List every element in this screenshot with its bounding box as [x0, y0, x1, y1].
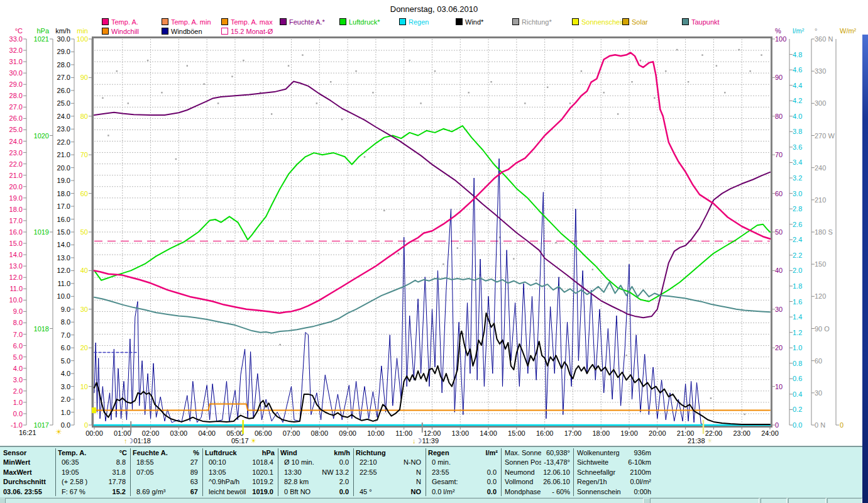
hour-label: 03:00 [170, 429, 188, 437]
corner-time-label: 16:21 [19, 429, 36, 436]
row-header: MinWert [3, 458, 53, 467]
tick-label: 32.0 [9, 47, 23, 54]
axis-min: min1009080706050403020100 [77, 27, 92, 429]
tick-label: 2.2 [793, 252, 802, 259]
tick-label: 0 [775, 421, 779, 429]
moon-icon: ☽ [128, 437, 134, 445]
tick-label: 30 [80, 306, 88, 313]
axis-unit-temp: °C [15, 27, 23, 35]
tick-label: 10 [80, 383, 88, 390]
info-value: 12.06.10 [535, 468, 570, 477]
tick-label: 80 [775, 113, 783, 120]
status-bar [0, 497, 862, 503]
stat-value: N [385, 477, 421, 487]
tick-label: 0 N [815, 421, 825, 429]
col-unit: km/h [322, 448, 350, 458]
sun-below-horizon-icon: ☀ [707, 437, 713, 445]
tick-label: 18.0 [57, 190, 70, 197]
tick-label: 4.6 [793, 66, 802, 74]
sun-icon: ☀ [55, 428, 62, 436]
stat-value: 1020.1 [237, 468, 273, 477]
axis-press: hPa10211020101910181017 [34, 27, 53, 429]
info-value: 6-10km [616, 458, 651, 467]
tick-label: 23.0 [9, 149, 23, 157]
tick-label: 27.0 [9, 103, 23, 111]
stat-value: 27 [162, 458, 198, 467]
statusbar-segment [5, 498, 644, 503]
col-unit: hPa [247, 448, 275, 458]
tick-label: 4.2 [793, 97, 802, 104]
tick-label: 5.0 [61, 357, 70, 365]
tick-label: 70 [80, 151, 88, 158]
time-axis: 00:0001:0002:0003:0004:0005:0006:0007:00… [85, 426, 779, 437]
tick-label: 30.0 [9, 69, 23, 77]
tick-label: 4.4 [793, 82, 802, 89]
col-unit: % [172, 448, 199, 458]
moonset-time: 11:39 [422, 437, 439, 445]
tick-label: 1.0 [793, 344, 802, 351]
hour-label: 02:00 [142, 429, 160, 437]
col-title: Luftdruck [205, 448, 252, 458]
tick-label: 3.4 [793, 158, 802, 166]
stat-value: 8.8 [89, 458, 126, 467]
tick-label: 0 [84, 421, 88, 429]
tick-label: 0.4 [793, 390, 802, 398]
tick-label: 4.8 [793, 51, 802, 58]
hour-label: 07:00 [283, 429, 300, 437]
table-separator [278, 448, 278, 496]
tick-label: 19.0 [57, 177, 70, 184]
axis-lm2: l/m²4.84.64.44.24.03.83.63.43.23.02.82.6… [789, 27, 805, 429]
hour-label: 17:00 [564, 429, 582, 437]
tick-label: 17.0 [9, 217, 23, 224]
stat-value: 17.78 [89, 477, 126, 487]
axis-wind: km/h30.029.028.027.026.025.024.023.022.0… [55, 27, 74, 429]
tick-label: 12.0 [9, 274, 23, 281]
tick-label: 100 [77, 35, 88, 43]
sunset-marker: 21:38 ☀ [688, 437, 713, 445]
tick-label: 2.0 [13, 387, 23, 395]
tick-label: 40 [775, 267, 783, 274]
tick-label: 10.0 [9, 296, 23, 304]
hour-label: 19:00 [620, 429, 638, 437]
tick-label: 16.0 [57, 216, 70, 223]
tick-label: 1.8 [793, 282, 802, 290]
tick-label: 90 O [815, 325, 830, 333]
tick-label: 20.0 [9, 183, 23, 191]
stat-value: NW 13.2 [312, 468, 349, 477]
axis-unit-pct: % [775, 27, 781, 35]
hour-label: 06:00 [255, 429, 272, 437]
hour-label: 09:00 [339, 429, 356, 437]
info-value: 26.06.10 [535, 477, 570, 487]
weather-day-chart-window: Donnerstag, 03.06.2010 Temp. A.Temp. A. … [0, 0, 868, 503]
table-separator [353, 448, 354, 496]
hour-label: 24:00 [761, 429, 779, 437]
tick-label: 2.0 [793, 267, 802, 274]
axis-dir: °360 N330300270 W240210180 S15012090 O60… [811, 27, 835, 429]
moonrise-time: 01:18 [133, 437, 151, 445]
tick-label: 1.6 [793, 298, 802, 306]
tick-label: 24.0 [57, 113, 70, 120]
row-header: MaxWert [3, 468, 53, 477]
stat-value: 0.0 [460, 487, 497, 497]
table-separator [202, 448, 203, 496]
hour-label: 10:00 [367, 429, 385, 437]
info-value: 0.0l/m² [616, 477, 651, 487]
tick-label: 30 [775, 306, 783, 313]
tick-label: 6.0 [61, 344, 70, 351]
tick-label: 30.0 [57, 35, 70, 43]
tick-label: 40 [80, 267, 88, 274]
hour-label: 14:00 [480, 429, 497, 437]
axis-pct: %1009080706050403020100 [772, 27, 786, 429]
stat-value: 1019.2 [237, 477, 273, 487]
stat-value: N [385, 468, 421, 477]
moonrise-marker: ↑☽01:18 [124, 437, 151, 445]
tick-label: 1017 [34, 421, 49, 429]
tick-label: 1.4 [793, 313, 802, 321]
tick-label: 3.2 [793, 174, 802, 182]
hour-label: 01:00 [114, 429, 131, 437]
tick-label: 26.0 [57, 87, 70, 94]
stat-value: 15.2 [89, 487, 126, 497]
tick-label: 2.8 [793, 205, 802, 213]
tick-label: 0.8 [793, 360, 802, 367]
tick-label: 3.0 [793, 190, 802, 197]
